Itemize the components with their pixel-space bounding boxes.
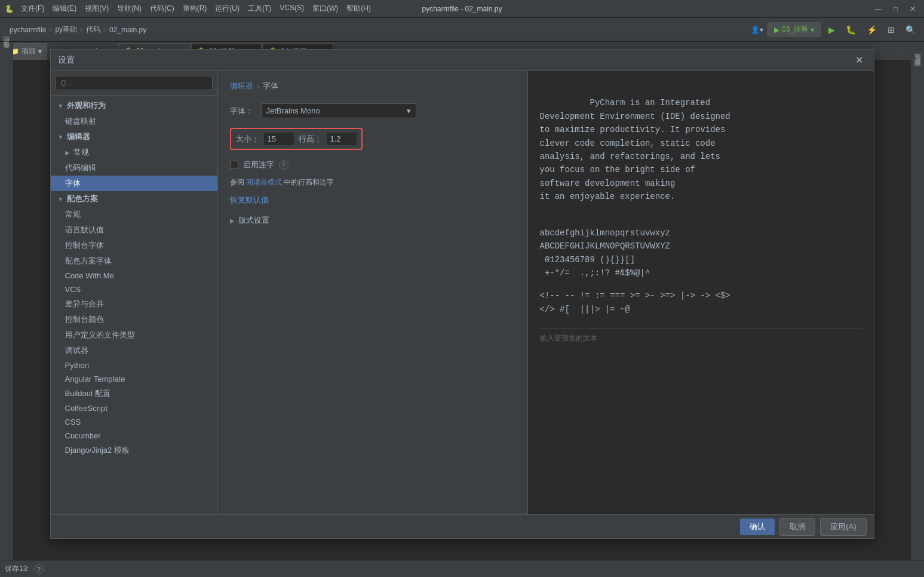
nav-file-types[interactable]: 用户定义的文件类型 [51, 327, 217, 343]
window-title: pycharmfile - 02_main.py [422, 5, 502, 13]
nav-diff-merge[interactable]: 差异与合并 [51, 296, 217, 312]
font-dropdown-icon: ▾ [407, 106, 411, 115]
restore-defaults-link[interactable]: 恢复默认值 [230, 195, 269, 204]
nav-general[interactable]: ▶ 常规 [51, 145, 217, 160]
dialog-header: 设置 ✕ [51, 50, 874, 71]
menu-file[interactable]: 文件(F) [17, 2, 48, 15]
settings-search-input[interactable] [56, 76, 213, 90]
nav-code-with-me[interactable]: Code With Me [51, 269, 217, 283]
dialog-close-btn[interactable]: ✕ [852, 53, 867, 67]
nav-lang-defaults[interactable]: 语言默认值 [51, 222, 217, 238]
profile-button[interactable]: ⊞ [884, 23, 898, 37]
debug-button[interactable]: 🐛 [842, 23, 859, 37]
ligature-label: 启用连字 [243, 159, 274, 170]
nav-debugger-label: 调试器 [65, 345, 88, 356]
font-label: 字体： [230, 106, 254, 116]
preview-input-label: 输入要预览的文本 [540, 334, 597, 342]
coverage-button[interactable]: ⚡ [863, 23, 880, 37]
nav-cs-font-label: 配色方案字体 [65, 256, 112, 266]
nav-coffeescript-label: CoffeeScript [65, 404, 108, 413]
size-row: 大小： 行高： [230, 128, 363, 150]
nav-django[interactable]: Django/Jinja2 模板 [51, 443, 217, 458]
breadcrumb-code[interactable]: 代码 [86, 24, 100, 35]
preview-panel: PyCharm is an Integrated Development Env… [527, 71, 874, 514]
expand-appearance-icon: ▼ [58, 103, 64, 109]
settings-breadcrumb-editor[interactable]: 编辑器 [230, 81, 253, 91]
menu-refactor[interactable]: 重构(R) [179, 2, 211, 15]
breadcrumb-file[interactable]: 02_main.py [109, 26, 146, 34]
menu-run[interactable]: 运行(U) [211, 2, 243, 15]
nav-font[interactable]: 字体 [51, 176, 217, 191]
minimize-btn[interactable]: — [871, 4, 885, 14]
nav-debugger[interactable]: 调试器 [51, 343, 217, 358]
run-config-button[interactable]: ▶ 03_注释 ▾ [767, 22, 821, 37]
breadcrumb-project[interactable]: pycharmfile [10, 26, 46, 34]
nav-file-types-label: 用户定义的文件类型 [65, 330, 135, 340]
nav-vcs[interactable]: VCS [51, 283, 217, 296]
nav-keymap[interactable]: 键盘映射 [51, 113, 217, 129]
user-icon[interactable]: 👤▾ [751, 26, 763, 34]
line-height-input[interactable] [327, 133, 357, 145]
search-button[interactable]: 🔍 [902, 23, 919, 37]
nav-code-with-me-label: Code With Me [65, 271, 114, 280]
nav-console-colors-label: 控制台颜色 [65, 314, 104, 325]
nav-console-colors[interactable]: 控制台颜色 [51, 312, 217, 327]
font-row: 字体： JetBrains Mono ▾ [230, 103, 515, 118]
statusbar-help-icon[interactable]: ? [34, 564, 44, 574]
nav-angular[interactable]: Angular Template [51, 372, 217, 386]
run-button[interactable]: ▶ [825, 23, 839, 37]
statusbar: 保存13: ? [0, 560, 924, 577]
dialog-title: 设置 [58, 55, 75, 66]
menu-edit[interactable]: 编辑(E) [49, 2, 80, 15]
font-selector[interactable]: JetBrains Mono ▾ [261, 103, 416, 118]
preview-text-numbers: 0123456789 (){}}[] [540, 253, 862, 266]
settings-dialog: 设置 ✕ ▼ 外观和行为 键盘映射 [50, 49, 874, 539]
size-input[interactable] [264, 133, 294, 145]
preview-text-ligatures1: <!-- -- != := === >= >- >=> |-> -> <$> [540, 289, 862, 302]
reader-mode-link[interactable]: 阅读器模式 [246, 178, 282, 186]
confirm-button[interactable]: 确认 [740, 518, 775, 535]
nav-buildout[interactable]: Buildout 配置 [51, 386, 217, 401]
nav-django-label: Django/Jinja2 模板 [65, 445, 130, 456]
maximize-btn[interactable]: □ [890, 4, 901, 14]
preview-text-ligatures2: </> #[ |||> |= ~@ [540, 303, 862, 316]
titlebar-left: 🐍 文件(F) 编辑(E) 视图(V) 导航(N) 代码(C) 重构(R) 运行… [5, 2, 374, 15]
nav-color-scheme[interactable]: ▼ 配色方案 [51, 191, 217, 207]
run-config-chevron: ▾ [811, 26, 814, 34]
menu-vcs[interactable]: VCS(S) [276, 2, 308, 15]
breadcrumb-pybase[interactable]: py基础 [55, 24, 77, 35]
menu-window[interactable]: 窗口(W) [309, 2, 342, 15]
line-height-label: 行高： [299, 134, 322, 145]
run-config-label: 03_注释 [782, 24, 808, 35]
ligature-checkbox[interactable] [230, 161, 238, 169]
cancel-button[interactable]: 取消 [779, 518, 815, 536]
nav-editor[interactable]: ▼ 编辑器 [51, 129, 217, 145]
ligature-help-icon[interactable]: ? [279, 160, 288, 170]
menu-nav[interactable]: 导航(N) [113, 2, 145, 15]
nav-coffeescript[interactable]: CoffeeScript [51, 401, 217, 415]
size-label: 大小： [236, 134, 259, 145]
nav-css[interactable]: CSS [51, 415, 217, 429]
nav-cs-general[interactable]: 常规 [51, 207, 217, 222]
nav-appearance[interactable]: ▼ 外观和行为 [51, 98, 217, 113]
apply-button[interactable]: 应用(A) [820, 518, 866, 536]
nav-code-editing[interactable]: 代码编辑 [51, 160, 217, 176]
expand-general-icon: ▶ [65, 149, 70, 156]
toolbar: pycharmfile > py基础 > 代码 > 02_main.py 👤▾ … [0, 18, 924, 42]
breadcrumb: pycharmfile > py基础 > 代码 > 02_main.py [5, 24, 151, 35]
titlebar: 🐍 文件(F) 编辑(E) 视图(V) 导航(N) 代码(C) 重构(R) 运行… [0, 0, 924, 18]
menu-view[interactable]: 视图(V) [81, 2, 112, 15]
menu-code[interactable]: 代码(C) [146, 2, 178, 15]
close-btn[interactable]: ✕ [906, 4, 919, 14]
menu-help[interactable]: 帮助(H) [343, 2, 374, 15]
menu-tools[interactable]: 工具(T) [244, 2, 275, 15]
nav-cs-font[interactable]: 配色方案字体 [51, 253, 217, 269]
preview-text1: PyCharm is an Integrated Development Env… [540, 98, 730, 201]
nav-python[interactable]: Python [51, 358, 217, 372]
nav-console-font[interactable]: 控制台字体 [51, 238, 217, 253]
settings-breadcrumb-sep: › [257, 82, 259, 91]
breadcrumb-sep1: > [48, 26, 53, 34]
version-header[interactable]: ▶ 版式设置 [230, 213, 515, 228]
nav-cucumber[interactable]: Cucumber [51, 429, 217, 443]
ligature-row: 启用连字 ? [230, 159, 515, 170]
